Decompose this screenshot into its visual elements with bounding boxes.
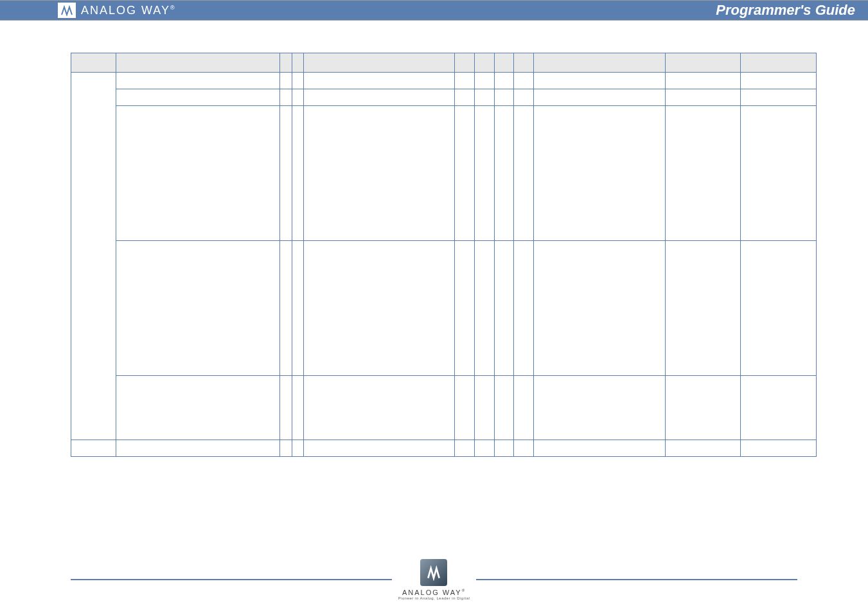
table-cell xyxy=(475,89,495,106)
table-row xyxy=(71,106,817,241)
table-cell xyxy=(514,106,534,241)
table-cell xyxy=(494,440,514,457)
table-cell xyxy=(280,106,292,241)
table-cell xyxy=(534,241,666,376)
table-cell xyxy=(494,106,514,241)
table-header xyxy=(292,53,303,73)
table-cell xyxy=(71,73,116,440)
table-cell xyxy=(116,376,280,440)
footer-divider-left xyxy=(71,579,392,580)
table-header xyxy=(71,53,116,73)
table-cell xyxy=(304,106,455,241)
table-cell xyxy=(494,89,514,106)
table-cell xyxy=(292,376,303,440)
table-header xyxy=(280,53,292,73)
table-cell xyxy=(475,106,495,241)
table-cell xyxy=(534,440,666,457)
table-cell xyxy=(280,73,292,89)
footer-tagline: Pioneer in Analog, Leader in Digital xyxy=(398,596,470,600)
table-cell xyxy=(304,376,455,440)
table-cell xyxy=(116,73,280,89)
table-cell xyxy=(304,440,455,457)
table-cell xyxy=(534,376,666,440)
table-cell xyxy=(280,376,292,440)
table-cell xyxy=(455,241,475,376)
table-cell xyxy=(116,241,280,376)
table-cell xyxy=(292,73,303,89)
table-cell xyxy=(304,241,455,376)
table-cell xyxy=(514,440,534,457)
table-cell xyxy=(514,89,534,106)
page-title: Programmer's Guide xyxy=(716,2,855,19)
table-cell xyxy=(116,106,280,241)
page-footer: ANALOG WAY® Pioneer in Analog, Leader in… xyxy=(0,559,868,600)
table-cell xyxy=(455,440,475,457)
table-cell xyxy=(514,73,534,89)
table-cell xyxy=(665,89,741,106)
table-cell xyxy=(475,241,495,376)
table-cell xyxy=(116,89,280,106)
table-cell xyxy=(514,376,534,440)
table-cell xyxy=(475,73,495,89)
table-cell xyxy=(280,89,292,106)
brand-text: ANALOG WAY® xyxy=(81,4,176,17)
command-table xyxy=(71,53,817,457)
table-header xyxy=(304,53,455,73)
table-cell xyxy=(292,241,303,376)
footer-divider-right xyxy=(476,579,797,580)
table-cell xyxy=(455,73,475,89)
table-cell xyxy=(665,440,741,457)
table-cell xyxy=(304,73,455,89)
table-cell xyxy=(665,73,741,89)
table-cell xyxy=(741,376,817,440)
table-cell xyxy=(116,440,280,457)
table-cell xyxy=(292,106,303,241)
table-row xyxy=(71,241,817,376)
table-cell xyxy=(534,89,666,106)
table-cell xyxy=(455,106,475,241)
table-cell xyxy=(665,376,741,440)
table-cell xyxy=(534,73,666,89)
table-cell xyxy=(741,440,817,457)
table-header-row xyxy=(71,53,817,73)
table-cell xyxy=(665,241,741,376)
table-header xyxy=(514,53,534,73)
table-cell xyxy=(534,106,666,241)
table-cell xyxy=(280,241,292,376)
header-bar: ANALOG WAY® Programmer's Guide xyxy=(0,0,868,21)
table-row xyxy=(71,89,817,106)
table-header xyxy=(665,53,741,73)
table-cell xyxy=(475,376,495,440)
content-area xyxy=(0,21,868,470)
brand-logo-icon xyxy=(58,3,76,18)
table-header xyxy=(534,53,666,73)
table-header xyxy=(475,53,495,73)
table-cell xyxy=(304,89,455,106)
table-cell xyxy=(741,89,817,106)
table-cell xyxy=(292,89,303,106)
table-cell xyxy=(455,89,475,106)
table-cell xyxy=(741,73,817,89)
table-cell xyxy=(514,241,534,376)
table-cell xyxy=(494,73,514,89)
table-cell xyxy=(475,440,495,457)
table-header xyxy=(116,53,280,73)
table-header xyxy=(455,53,475,73)
table-cell xyxy=(71,440,116,457)
table-cell xyxy=(741,106,817,241)
footer-brand-text: ANALOG WAY® xyxy=(402,589,466,596)
table-cell xyxy=(494,376,514,440)
table-cell xyxy=(665,106,741,241)
table-header xyxy=(741,53,817,73)
table-header xyxy=(494,53,514,73)
table-row xyxy=(71,376,817,440)
table-cell xyxy=(494,241,514,376)
header-left: ANALOG WAY® xyxy=(0,1,176,20)
footer-logo: ANALOG WAY® Pioneer in Analog, Leader in… xyxy=(398,559,470,600)
table-row xyxy=(71,73,817,89)
table-cell xyxy=(741,241,817,376)
table-row xyxy=(71,440,817,457)
table-cell xyxy=(292,440,303,457)
table-cell xyxy=(455,376,475,440)
table-cell xyxy=(280,440,292,457)
